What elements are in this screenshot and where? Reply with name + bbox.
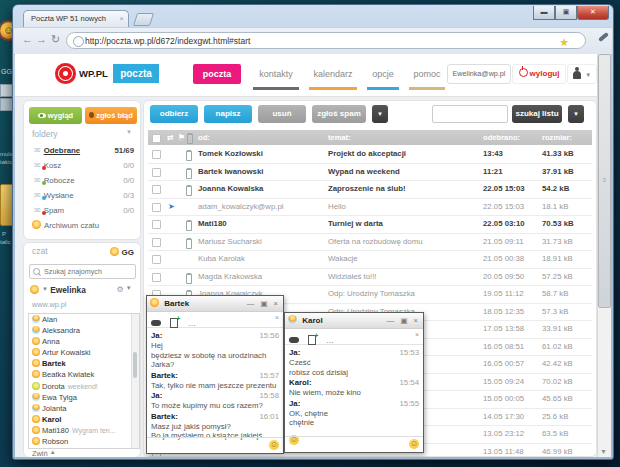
page-scrollbar[interactable]: ≡ ▼ [597, 54, 611, 457]
tab-pomoc[interactable]: pomoc [407, 64, 447, 84]
row-checkbox[interactable] [152, 150, 161, 159]
delete-button[interactable]: usuń [258, 105, 306, 123]
folder-item[interactable]: ✉Odebrane51/69 [34, 143, 134, 158]
search-options-dropdown[interactable]: ▼ [568, 105, 584, 123]
contact-row[interactable]: Ewa Tylga [29, 392, 139, 403]
row-checkbox[interactable] [152, 185, 161, 194]
write-button[interactable]: napisz [204, 105, 252, 123]
row-checkbox[interactable] [152, 255, 161, 264]
mail-row[interactable]: Mati180Turniej w darta22.05 03:1070.53 k… [148, 216, 592, 234]
col-received[interactable]: odebrano: [483, 130, 520, 145]
search-mail-button[interactable]: szukaj listu [512, 105, 562, 123]
mail-row[interactable]: Tomek KozłowskiProjekt do akceptacji13:4… [148, 146, 592, 164]
send-file-icon[interactable] [308, 335, 316, 345]
logout-button[interactable]: wyloguj [512, 64, 566, 84]
close-icon[interactable]: × [274, 299, 280, 308]
mail-row[interactable]: Kuba KarolakWakacje21.05 00:3818.91 kB [148, 251, 592, 269]
contact-row[interactable]: Mati180Wygram ten... [29, 425, 139, 436]
minimize-button[interactable]: ▬ [533, 6, 555, 20]
forward-icon[interactable]: → [36, 33, 47, 45]
games-icon[interactable] [151, 320, 161, 326]
popout-icon[interactable]: ▣ [400, 316, 409, 325]
tab-kontakty[interactable]: kontakty [251, 64, 301, 84]
contact-row[interactable]: Beatka Kwiatek [29, 369, 139, 380]
tab-kalendarz[interactable]: kalendarz [307, 64, 359, 84]
row-checkbox[interactable] [152, 220, 161, 229]
maximize-button[interactable]: ▣ [555, 6, 577, 20]
attachment-icon[interactable] [187, 133, 193, 144]
send-file-icon[interactable] [170, 318, 178, 328]
bookmark-star-icon[interactable]: ★ [559, 34, 569, 49]
contact-row[interactable]: Artur Kowalski [29, 347, 139, 358]
more-options-icon[interactable]: … [326, 336, 334, 345]
gear-icon[interactable]: ⚙ ▼ [116, 285, 131, 294]
minimize-icon[interactable]: — [247, 299, 257, 308]
address-bar[interactable]: http://poczta.wp.pl/d672/indexgwt.html#s… [66, 32, 586, 49]
contact-row[interactable]: Anna [29, 336, 139, 347]
contact-row[interactable]: Dorotaweekend! [29, 381, 139, 392]
mail-row[interactable]: Bartek IwanowskiWypad na weekend11:2137.… [148, 164, 592, 182]
chat-window-titlebar[interactable]: Bartek — ▣ × [147, 296, 283, 312]
tab-close-icon[interactable]: × [119, 14, 124, 23]
report-bug-button[interactable]: zgłoś błąd [85, 107, 137, 124]
scroll-down-icon[interactable]: ▼ [600, 448, 607, 455]
contact-scrollbar[interactable] [131, 314, 139, 448]
contact-row[interactable]: Karol [29, 414, 139, 425]
more-actions-dropdown[interactable]: ▼ [372, 105, 388, 123]
account-email[interactable]: Ewelinka@wp.pl [447, 64, 511, 84]
minimize-icon[interactable]: — [387, 316, 397, 325]
folder-item[interactable]: ✉Wysłane0/3 [34, 188, 134, 203]
refresh-icon[interactable]: ↻ [51, 33, 60, 46]
folder-item[interactable]: ✉Spam0/0 [34, 203, 134, 218]
select-all-checkbox[interactable] [152, 134, 161, 143]
back-icon[interactable]: ← [22, 33, 33, 45]
row-checkbox[interactable] [152, 238, 161, 247]
close-button[interactable]: ✕ [577, 6, 609, 20]
contact-row[interactable]: Alan [29, 314, 139, 325]
contact-row[interactable]: Jolanta [29, 403, 139, 414]
contact-row[interactable]: Aleksandra [29, 325, 139, 336]
mail-row[interactable]: Magda KrakowskaWidziałeś to!!!20.05 09:5… [148, 269, 592, 287]
row-checkbox[interactable] [152, 168, 161, 177]
receive-button[interactable]: odbierz [150, 105, 198, 123]
tab-poczta[interactable]: poczta [193, 64, 241, 84]
collapse-toolbar-icon[interactable]: × [275, 314, 279, 321]
mail-search-input[interactable] [432, 105, 508, 123]
chat-user-row[interactable]: ▼ Ewelinka ⚙ ▼ [30, 285, 86, 295]
browser-tab[interactable]: Poczta WP 51 nowych × [23, 10, 129, 27]
new-tab-button[interactable] [133, 13, 154, 26]
scrollbar-thumb[interactable]: ≡ [598, 54, 611, 308]
col-from[interactable]: od: [198, 130, 210, 145]
col-subject[interactable]: temat: [328, 130, 351, 145]
reply-status-icon[interactable]: ⇄ [167, 130, 173, 145]
collapse-icon[interactable]: ▼ [126, 129, 132, 135]
account-menu-button[interactable]: ▼ [567, 64, 597, 84]
mail-row[interactable]: Joanna KowalskaZaproszenie na ślub!22.05… [148, 181, 592, 199]
report-spam-button[interactable]: zgłoś spam [312, 105, 366, 123]
col-size[interactable]: rozmiar: [542, 130, 572, 145]
chat-archive-link[interactable]: Archiwum czatu [32, 220, 99, 230]
mail-row[interactable]: ➤adam_kowalczyk@wp.plHello22.05 15:0318.… [148, 199, 592, 217]
contact-search-input[interactable] [29, 264, 136, 279]
folder-item[interactable]: ✉Robocze0/0 [34, 173, 134, 188]
emoticon-picker-icon[interactable]: ☺ [269, 440, 279, 450]
wp-logo-icon[interactable] [55, 63, 76, 84]
emoticon-picker-icon[interactable]: ☺ [409, 439, 419, 449]
mail-row[interactable]: Mariusz SucharskiOferta na rozbudowę dom… [148, 234, 592, 252]
collapse-contacts-link[interactable]: Zwiń ▲ [32, 449, 56, 457]
tab-opcje[interactable]: opcje [365, 64, 401, 84]
games-icon[interactable] [289, 337, 299, 343]
contact-row[interactable]: Robson [29, 436, 139, 447]
flag-icon[interactable]: ⚑ [178, 130, 185, 145]
look-button[interactable]: wygląd [29, 107, 82, 124]
contact-row[interactable]: Bartek [29, 358, 139, 369]
row-checkbox[interactable] [152, 203, 161, 212]
chat-input-area[interactable]: ☺ [285, 436, 423, 452]
chat-window-titlebar[interactable]: Karol — ▣ × [285, 313, 423, 329]
collapse-toolbar-icon[interactable]: × [415, 331, 419, 338]
close-icon[interactable]: × [414, 316, 420, 325]
popout-icon[interactable]: ▣ [260, 299, 269, 308]
row-checkbox[interactable] [152, 273, 161, 282]
more-options-icon[interactable]: … [188, 319, 196, 328]
scrollbar-thumb[interactable] [133, 352, 137, 378]
